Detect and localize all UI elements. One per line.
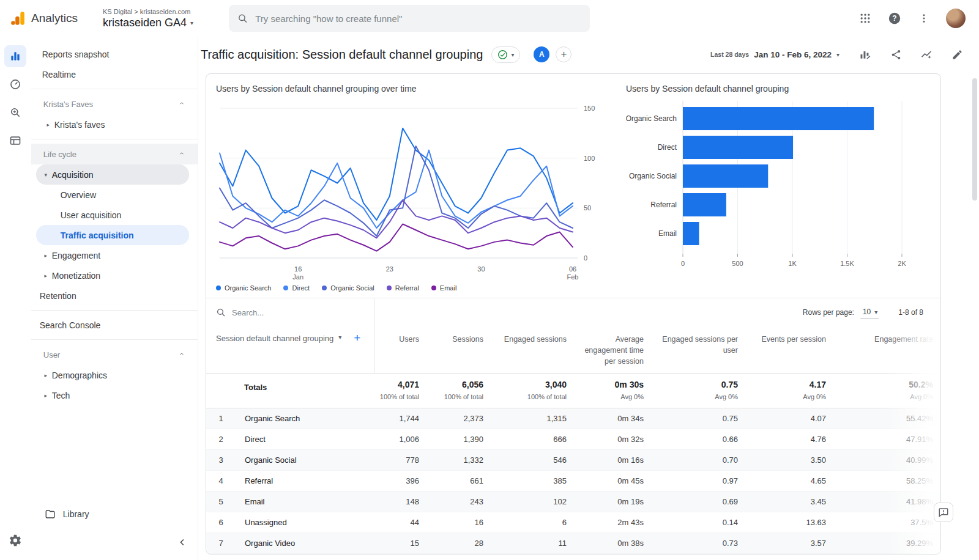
chevron-down-icon: ▾ [40,172,52,178]
add-dimension-button[interactable]: + [354,334,360,342]
sidebar-section-krista-s-faves[interactable]: Krista's Faves [31,94,198,114]
totals-cell: 0.75Avg 0% [651,380,745,400]
sidebar-item-demographics[interactable]: ▸Demographics [36,365,189,385]
share-icon[interactable] [888,47,903,62]
totals-row: Totals 4,071100% of total6,056100% of to… [206,374,940,408]
channel-name: Organic Video [236,539,375,548]
column-header-engagement-rate[interactable]: Engagement rate [833,326,940,373]
row-index: 4 [206,476,236,485]
svg-text:0: 0 [584,254,587,262]
customize-report-icon[interactable] [858,47,873,62]
collapse-sidebar-button[interactable] [177,537,188,550]
sidebar-section-user[interactable]: User [31,344,198,365]
bar-referral [683,193,726,216]
analytics-logo [10,10,26,26]
user-avatar[interactable] [946,9,966,28]
table-toolbar: Rows per page: 10 ▾ 1-8 of 8 [206,298,940,326]
row-index: 5 [206,497,236,506]
explore-icon[interactable] [4,101,26,123]
chevron-right-icon: ▸ [40,392,52,399]
sidebar-item-search-console[interactable]: Search Console [36,315,189,335]
bar-organic-search [683,107,874,130]
metric-value: 3.50 [745,455,833,465]
sidebar-item-reports-snapshot[interactable]: Reports snapshot [36,44,189,64]
legend-item-direct: Direct [283,284,310,292]
dimension-label: Session default channel grouping [216,334,333,343]
sidebar-item-label: Tech [52,391,70,400]
insights-icon[interactable] [919,47,934,62]
advertising-icon[interactable] [4,130,26,152]
sidebar-item-library[interactable]: Library [31,509,89,520]
line-chart-block: Users by Session default channel groupin… [215,80,606,298]
admin-gear-icon[interactable] [4,529,26,551]
sidebar-item-label: Reports snapshot [42,50,110,59]
metric-value: 0.70 [651,455,745,465]
comparison-chip[interactable]: A [534,46,549,62]
bar-category-label: Direct [658,143,677,152]
sidebar-item-traffic-acquisition[interactable]: Traffic acquisition [36,225,189,245]
sidebar-item-realtime[interactable]: Realtime [36,64,189,84]
column-header-users[interactable]: Users [375,326,426,373]
column-header-sessions[interactable]: Sessions [426,326,491,373]
metric-value: 0m 32s [574,435,651,444]
chevron-down-icon: ▾ [874,309,877,315]
more-options-icon[interactable] [917,11,931,26]
rows-per-page-select[interactable]: 10 ▾ [860,306,879,319]
metric-value: 11 [491,539,574,548]
sidebar-item-krista-s-faves[interactable]: ▸Krista's faves [36,114,189,134]
column-header-events-per-session[interactable]: Events per session [745,326,833,373]
help-icon[interactable]: ? [887,11,902,26]
sidebar-item-engagement[interactable]: ▸Engagement [36,245,189,265]
global-search[interactable] [229,5,590,32]
column-header-average-engagement-time-per-session[interactable]: Average engagement time per session [574,326,651,373]
sidebar-item-retention[interactable]: Retention [36,286,189,306]
report-card: Users by Session default channel groupin… [206,73,941,554]
realtime-icon[interactable] [4,73,26,95]
table-row: 2Direct1,0061,3906660m 32s0.664.7647.91% [206,429,940,450]
metric-value: 0.66 [651,435,745,444]
sidebar-divider [31,139,198,139]
bar-category-label: Email [658,229,677,238]
metric-value: 3.45 [745,497,833,506]
column-header-engaged-sessions[interactable]: Engaged sessions [491,326,574,373]
metric-value: 385 [491,476,574,485]
apps-grid-icon[interactable] [858,11,873,26]
svg-text:23: 23 [386,265,393,273]
legend-item-organic-search: Organic Search [216,284,271,292]
reports-icon[interactable] [4,45,26,67]
metric-value: 0.69 [651,497,745,506]
date-range-selector[interactable]: Jan 10 - Feb 6, 2022 [754,50,832,59]
sidebar-item-overview[interactable]: Overview [36,185,189,205]
legend-label: Direct [292,284,310,292]
bar-category-label: Organic Social [629,172,677,180]
table-search-input[interactable] [232,308,336,317]
metric-value: 0m 45s [574,476,651,485]
sidebar-item-label: User acquisition [61,210,122,220]
metric-value: 0.97 [651,476,745,485]
column-header-engaged-sessions-per-user[interactable]: Engaged sessions per user [651,326,745,373]
dimension-header[interactable]: Session default channel grouping ▾ + [206,326,375,373]
add-comparison-button[interactable]: + [556,46,571,62]
section-label: User [43,350,60,359]
row-index: 3 [206,455,236,465]
legend-item-organic-social: Organic Social [322,284,374,292]
scrollbar[interactable] [972,78,977,201]
sidebar-item-user-acquisition[interactable]: User acquisition [36,205,189,225]
report-header: Traffic acquisition: Session default cha… [198,37,979,70]
chevron-down-icon: ▾ [836,51,839,58]
sidebar-item-acquisition[interactable]: ▾Acquisition [36,164,189,185]
report-title: Traffic acquisition: Session default cha… [201,48,483,62]
metric-value: 2,373 [426,414,491,423]
metric-value: 2m 43s [574,518,651,527]
sidebar-item-tech[interactable]: ▸Tech [36,385,189,405]
table-row: 7Organic Video1528110m 38s0.733.5739.29% [206,533,940,554]
sidebar-item-monetization[interactable]: ▸Monetization [36,265,189,286]
sidebar-section-life-cycle[interactable]: Life cycle [31,144,198,164]
account-switcher[interactable]: KS Digital > kristaseiden.com kristaseid… [103,8,193,29]
edit-icon[interactable] [950,47,964,62]
table-header-row: Session default channel grouping ▾ + Use… [206,326,940,374]
report-status-pill[interactable]: ▾ [491,46,520,63]
feedback-button[interactable] [934,503,953,522]
global-search-input[interactable] [255,13,581,24]
row-index: 2 [206,435,236,444]
